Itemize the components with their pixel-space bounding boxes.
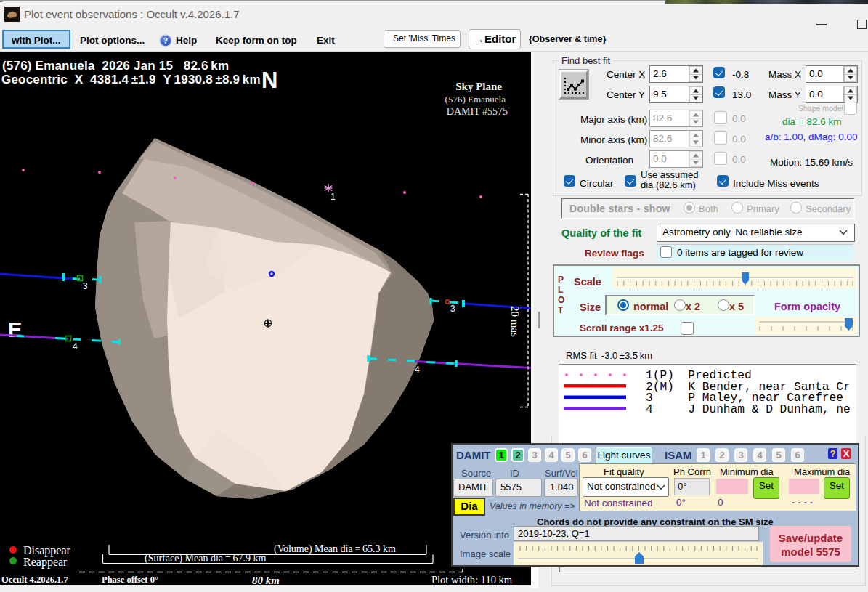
svg-text:Occult 4.2026.1.7: Occult 4.2026.1.7 [1, 575, 68, 585]
svg-text:Sky Plane: Sky Plane [455, 81, 502, 92]
svg-text:3: 3 [450, 304, 455, 314]
svg-text:E: E [8, 318, 22, 341]
svg-text:DAMIT #5575: DAMIT #5575 [447, 106, 508, 117]
svg-text:(Volume) Mean dia = 65.3 km: (Volume) Mean dia = 65.3 km [274, 543, 396, 555]
svg-text:1: 1 [330, 192, 336, 202]
svg-text:?: ? [163, 36, 168, 45]
svg-text:Geocentric X 4381.4 ±1.9 Y: Geocentric X 4381.4 ±1.9 Y 1930.8 ±8.9 k… [1, 73, 261, 86]
svg-text:(Surface) Mean dia = 67.9 km: (Surface) Mean dia = 67.9 km [145, 553, 267, 564]
svg-text:N: N [261, 68, 277, 93]
svg-text:Reappear: Reappear [23, 556, 68, 569]
svg-text:(576) Emanuela: (576) Emanuela [445, 94, 506, 105]
svg-text:3: 3 [83, 281, 88, 291]
svg-text:20 mas: 20 mas [509, 306, 521, 337]
svg-text:4: 4 [73, 341, 78, 352]
svg-text:4: 4 [415, 365, 420, 375]
svg-text:(576) Emanuela 2026 Jan 15: (576) Emanuela 2026 Jan 15 82.6 km [2, 59, 229, 73]
svg-text:80 km: 80 km [252, 575, 280, 585]
svg-text:4 J Dunham & D Dunham, ne: 4 J Dunham & D Dunham, ne [646, 403, 851, 416]
svg-text:Phase offset 0°: Phase offset 0° [102, 575, 158, 585]
svg-text:Plot width: 110 km: Plot width: 110 km [431, 574, 513, 585]
